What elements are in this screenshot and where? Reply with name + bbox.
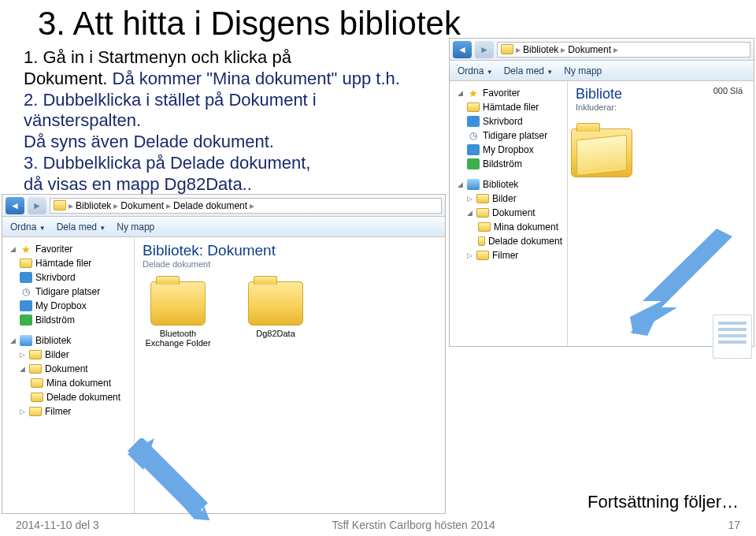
folder-label: Dg82Data [256,329,295,338]
explorer-nav-bar: ◄ ► ▸ Bibliotek ▸ Dokument ▸ [450,39,754,61]
sidebar-item-bildstrom[interactable]: Bildström [6,313,131,327]
sidebar-item-hamtade[interactable]: Hämtade filer [453,100,564,114]
sidebar-item-bildstrom[interactable]: Bildström [453,157,564,171]
caret-icon: ▷ [467,251,473,259]
sidebar-item-bilder[interactable]: ▷Bilder [453,192,564,206]
toolbar-ordna[interactable]: Ordna ▼ [458,65,493,76]
svg-marker-3 [630,229,732,334]
caret-icon: ◢ [20,365,26,373]
instruction-line: 1. Gå in i Startmenyn och klicka på [24,47,433,69]
folder-icon [29,350,42,359]
chevron-down-icon: ▼ [547,69,553,76]
folder-icon [54,200,66,210]
sidebar-item-dropbox[interactable]: My Dropbox [453,143,564,157]
instruction-line: Dokument. Då kommer "Mina dokument" upp … [24,69,433,90]
sidebar-item-tidigare[interactable]: ◷Tidigare platser [453,128,564,143]
sidebar-item-filmer[interactable]: ▷Filmer [453,248,564,262]
toolbar-dela[interactable]: Dela med ▼ [504,65,554,76]
folder-icon [476,208,489,218]
footer-date: 2014-11-10 del 3 [16,519,99,531]
instruction-word: Då kommer "Mina dokument" upp t.h. [113,69,400,88]
library-title: Bibliotek: Dokument [143,242,437,259]
sidebar-item-bibliotek[interactable]: ◢Bibliotek [453,177,564,192]
sidebar-item-favoriter[interactable]: ◢★Favoriter [6,242,131,256]
star-icon: ★ [20,244,32,255]
library-subtitle: Inkluderar: [576,102,746,112]
folder-item-dg82data[interactable]: Dg82Data [240,281,311,348]
toolbar-nymapp[interactable]: Ny mapp [117,221,154,233]
toolbar-dela[interactable]: Dela med ▼ [57,221,106,233]
sidebar-item-dokument[interactable]: ◢Dokument [453,206,564,220]
chevron-down-icon: ▼ [39,225,46,232]
sidebar-item-tidigare[interactable]: ◷Tidigare platser [6,285,131,299]
caret-icon: ◢ [10,245,17,253]
instruction-line: 3. Dubbelklicka på Delade dokument, [24,153,433,174]
sidebar-item-delade-dokument[interactable]: Delade dokument [6,390,131,404]
sidebar-item-bibliotek[interactable]: ◢Bibliotek [6,333,131,348]
breadcrumb-segment[interactable]: Bibliotek [523,44,558,55]
library-subtitle: Delade dokument [143,259,437,269]
library-icon [467,179,480,190]
caret-icon: ▷ [20,351,26,359]
large-folder-icon[interactable] [571,128,632,177]
sidebar-item-filmer[interactable]: ▷Filmer [6,404,131,419]
chevron-right-icon: ▸ [613,44,618,55]
nav-forward-button[interactable]: ► [28,197,46,214]
caret-icon: ◢ [458,181,464,188]
recent-icon: ◷ [467,130,480,141]
dropbox-icon [467,144,480,155]
nav-back-button[interactable]: ◄ [6,197,24,214]
folder-icon [478,222,491,232]
chevron-right-icon: ▸ [516,44,521,55]
explorer-nav-bar: ◄ ► ▸ Bibliotek ▸ Dokument ▸ Delade doku… [2,195,445,217]
explorer-toolbar: Ordna ▼ Dela med ▼ Ny mapp [450,61,754,81]
footer-page: 17 [728,519,740,531]
pointer-arrow-icon [126,438,220,520]
sidebar-item-delade-dokument[interactable]: Delade dokument [453,234,564,248]
caret-icon: ◢ [467,209,473,217]
breadcrumb[interactable]: ▸ Bibliotek ▸ Dokument ▸ Delade dokument… [50,198,442,214]
sidebar-item-dropbox[interactable]: My Dropbox [6,299,131,313]
chevron-down-icon: ▼ [99,225,106,232]
caret-icon: ◢ [458,89,464,97]
folder-icon [476,194,489,203]
sidebar-item-skrivbord[interactable]: Skrivbord [453,114,564,128]
folder-icon [501,44,513,54]
folder-icon [478,236,485,246]
recent-icon: ◷ [20,286,32,297]
chevron-right-icon: ▸ [561,44,565,55]
sidebar-item-hamtade[interactable]: Hämtade filer [6,256,131,270]
slide-footer: 2014-11-10 del 3 Tsff Kerstin Carlborg h… [0,519,756,531]
toolbar-nymapp[interactable]: Ny mapp [564,65,602,76]
breadcrumb-segment[interactable]: Delade dokument [173,200,247,211]
toolbar-ordna[interactable]: Ordna ▼ [10,221,46,233]
sidebar-item-bilder[interactable]: ▷Bilder [6,348,131,362]
sidebar-item-mina-dokument[interactable]: Mina dokument [453,220,564,234]
library-icon [20,335,32,346]
dropbox-icon [20,300,32,311]
item-count-text: 000 Slä [713,86,743,95]
folder-icon [467,102,480,112]
sidebar-item-dokument[interactable]: ◢Dokument [6,362,131,376]
nav-back-button[interactable]: ◄ [453,41,472,58]
instruction-block: 1. Gå in i Startmenyn och klicka på Doku… [24,47,433,195]
chevron-right-icon: ▸ [250,200,254,211]
sidebar-item-favoriter[interactable]: ◢★Favoriter [453,86,564,100]
sidebar-item-skrivbord[interactable]: Skrivbord [6,270,131,285]
folder-icon [29,364,42,374]
desktop-icon [467,116,480,127]
pointer-arrow-icon [630,229,740,339]
nav-forward-button[interactable]: ► [475,41,494,58]
breadcrumb-segment[interactable]: Dokument [120,200,164,211]
breadcrumb[interactable]: ▸ Bibliotek ▸ Dokument ▸ [497,42,750,58]
folder-icon [31,378,43,388]
caret-icon: ▷ [20,408,26,415]
sidebar-item-mina-dokument[interactable]: Mina dokument [6,376,131,390]
folder-item-bluetooth[interactable]: Bluetooth Exchange Folder [143,281,213,348]
folder-icon [476,251,489,260]
breadcrumb-segment[interactable]: Dokument [568,44,611,55]
star-icon: ★ [467,87,480,99]
slide-title: 3. Att hitta i Disgens bibliotek [38,5,756,43]
breadcrumb-segment[interactable]: Bibliotek [76,200,111,211]
instruction-line: Då syns även Delade dokument. [24,132,433,153]
